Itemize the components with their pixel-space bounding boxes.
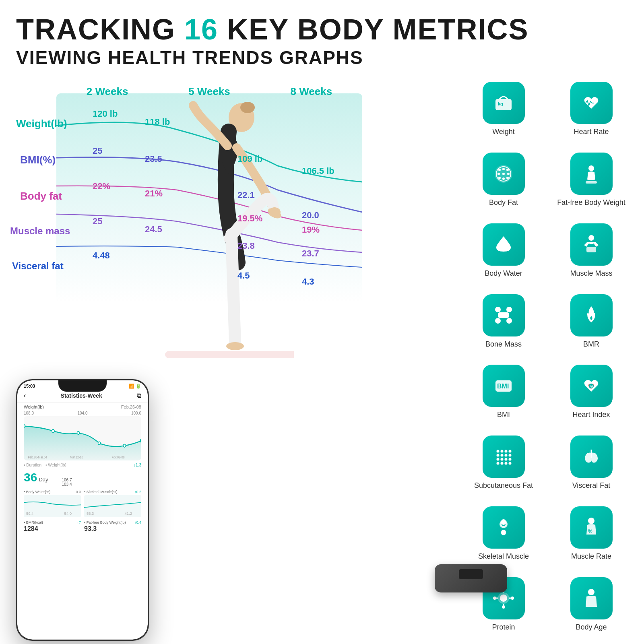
visceral-fat-icon (580, 446, 603, 468)
heart-index-label: Heart Index (572, 410, 610, 419)
bmi-value-5w: 22.1 (237, 190, 255, 200)
svg-point-34 (588, 235, 594, 241)
title-pre: TRACKING (16, 13, 184, 45)
chart-val-2: 104.0 (77, 411, 87, 415)
svg-text:54.0: 54.0 (64, 511, 72, 515)
visceral-fat-icon-box (570, 436, 613, 478)
metric-label-weight: Weight(lb) (16, 118, 67, 130)
phone-weight-header: Weight(lb) Feb.26-08 (17, 403, 148, 411)
bodyfat-value-start: 22% (93, 181, 110, 192)
metric-label-muscle: Muscle mass (10, 225, 70, 237)
chart-val-1: 108.0 (24, 411, 34, 415)
heart-rate-icon (580, 92, 603, 114)
visceral-fat-label: Visceral Fat (572, 481, 611, 490)
yoga-figure (109, 85, 310, 375)
bodyfat-value-8w: 19% (302, 225, 320, 235)
phone-mini-charts: • Body Water(%) 0.0 59.4 54.0 (17, 488, 148, 519)
metric-bone-mass: Bone Mass (463, 289, 544, 354)
svg-rect-64 (501, 519, 506, 525)
bmi-value-8w: 20.0 (302, 210, 319, 221)
skeletal-muscle-icon (492, 516, 515, 539)
metric-fat-free: Fat-free Body Weight (551, 148, 632, 212)
muscle-value-5w: 23.8 (237, 241, 255, 251)
svg-point-6 (24, 424, 25, 427)
svg-rect-65 (501, 530, 506, 535)
svg-point-39 (506, 318, 512, 324)
left-section: 2 Weeks 5 Weeks 8 Weeks 120 lb 118 lb 10… (8, 73, 451, 641)
svg-point-25 (506, 169, 509, 171)
phone-mockup: 15:03 📶 🔋 ‹ Statistics-Week ⧉ Weight(lb)… (16, 379, 149, 641)
svg-text:59.4: 59.4 (26, 511, 34, 515)
fat-free-icon-box (570, 153, 613, 195)
skeletal-muscle-label: Skeletal Muscle (478, 552, 529, 561)
phone-weight-label: Weight(lb) (24, 405, 44, 409)
main-content: 2 Weeks 5 Weeks 8 Weeks 120 lb 118 lb 10… (0, 73, 644, 641)
muscle-value-2w: 24.5 (145, 224, 162, 235)
weight-icon-box: kg (483, 82, 525, 124)
bone-mass-icon-box (483, 294, 525, 336)
phone-chart-values: 108.0 104.0 100.0 (17, 411, 148, 416)
metric-body-fat: Body Fat (463, 148, 544, 212)
svg-point-28 (507, 173, 510, 175)
heart-index-icon: ❤️ ♾ (580, 375, 603, 397)
bodyfat-value-5w: 19.5% (237, 213, 262, 224)
svg-point-75 (493, 597, 496, 600)
duration-label: • Duration (24, 463, 41, 467)
svg-point-78 (588, 589, 594, 595)
fatfree-value: 93.3 (84, 524, 141, 533)
metric-heart-rate: Heart Rate (551, 77, 632, 142)
metric-muscle-mass: Muscle Mass (551, 219, 632, 283)
muscle-rate-icon: % (580, 516, 603, 539)
duration-value: 36 (24, 471, 37, 484)
svg-point-52 (505, 454, 508, 456)
svg-point-48 (505, 450, 508, 452)
metric-heart-index: ❤️ ♾ Heart Index (551, 360, 632, 425)
bodyfat-value-2w: 21% (145, 188, 163, 199)
svg-point-26 (497, 173, 500, 175)
svg-point-59 (501, 462, 504, 464)
svg-text:Mar.12-18: Mar.12-18 (70, 455, 83, 459)
phone-weight-chart: Feb.26-Mar.04 Mar.12-18 Apr.02-08 (24, 416, 141, 460)
svg-point-11 (140, 439, 141, 442)
muscle-rate-label: Muscle Rate (571, 552, 611, 561)
phone-back-icon[interactable]: ‹ (24, 392, 26, 399)
body-age-label: Body Age (576, 623, 607, 632)
metric-body-age: Body Age (551, 572, 632, 637)
bmr-icon-box (570, 294, 613, 336)
visceral-value-start: 4.48 (93, 250, 110, 261)
weight-stat-values: 106.7 103.4 (62, 478, 72, 487)
svg-rect-35 (586, 247, 596, 252)
svg-text:56.3: 56.3 (87, 511, 94, 515)
svg-text:♾: ♾ (590, 384, 593, 388)
metric-bmr: BMR (551, 289, 632, 354)
phone-screen: 15:03 📶 🔋 ‹ Statistics-Week ⧉ Weight(lb)… (17, 380, 148, 640)
scale-screen (459, 569, 483, 579)
metric-visceral-fat: Visceral Fat (551, 431, 632, 495)
weight-value-5w: 109 lb (237, 154, 262, 164)
body-age-icon-box (570, 577, 613, 619)
heart-rate-label: Heart Rate (574, 127, 609, 136)
svg-point-55 (501, 458, 504, 460)
skeletal-muscle-stat: • Skeletal Muscle(%) ↑0.2 56.3 41.2 (84, 490, 141, 517)
metric-label-bodyfat: Body fat (20, 190, 62, 202)
svg-point-36 (495, 307, 501, 312)
metric-label-visceral: Visceral fat (12, 260, 64, 272)
bmr-value: 1284 (24, 524, 81, 533)
muscle-mass-icon (580, 233, 603, 256)
phone-time: 15:03 (24, 384, 35, 388)
bone-mass-label: Bone Mass (485, 340, 522, 349)
svg-point-49 (509, 450, 512, 452)
metric-bmi: BMI BMI (463, 360, 544, 425)
svg-point-73 (511, 597, 514, 600)
weight-stat-label: • Weight(lb) (45, 463, 66, 467)
bmi-icon: BMI (492, 375, 515, 397)
muscle-value-start: 25 (93, 216, 102, 227)
svg-point-8 (77, 431, 79, 434)
svg-text:Feb.26-Mar.04: Feb.26-Mar.04 (28, 455, 47, 459)
svg-text:%: % (588, 528, 592, 534)
fatfree-stat: • Fat-free Body Weight(lb) ↑0.4 93.3 (84, 520, 141, 533)
phone-share-icon[interactable]: ⧉ (137, 392, 141, 399)
bmi-value-start: 25 (93, 146, 102, 156)
phone-title: Statistics-Week (61, 392, 102, 399)
muscle-value-8w: 23.7 (302, 248, 319, 259)
